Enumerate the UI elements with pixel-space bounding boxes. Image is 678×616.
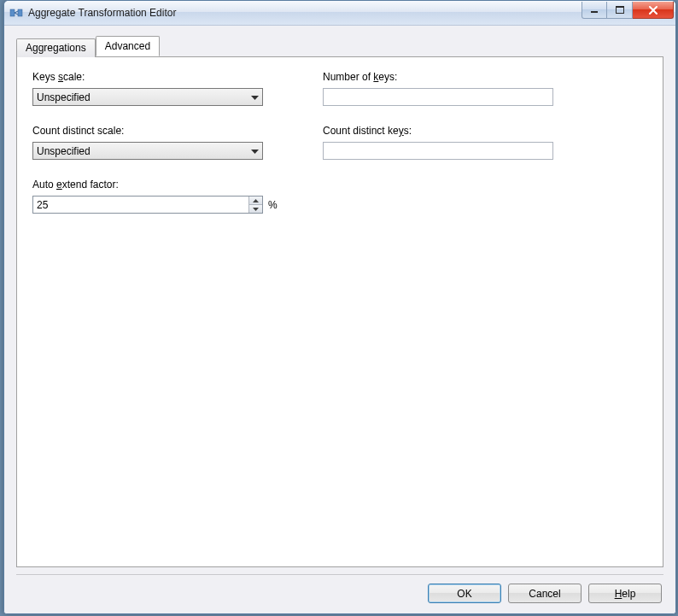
- spinner-up-button[interactable]: [249, 197, 262, 204]
- cancel-button[interactable]: Cancel: [508, 584, 582, 603]
- label-auto-extend-factor: Auto extend factor:: [32, 179, 289, 192]
- client-area: Aggregations Advanced Keys scale: Number…: [4, 26, 675, 613]
- chevron-down-icon: [253, 208, 259, 211]
- close-icon: [648, 6, 658, 15]
- app-icon: [9, 6, 23, 20]
- button-label: Cancel: [529, 588, 560, 600]
- combo-keys-scale[interactable]: Unspecified: [32, 88, 263, 106]
- button-bar: OK Cancel Help: [16, 584, 663, 605]
- dialog-window: Aggregate Transformation Editor Aggregat…: [3, 0, 676, 614]
- combo-count-distinct-scale[interactable]: Unspecified: [32, 142, 263, 160]
- close-button[interactable]: [633, 2, 674, 19]
- input-number-of-keys[interactable]: [323, 88, 553, 106]
- separator: [16, 574, 663, 575]
- spinner-auto-extend-factor[interactable]: [32, 196, 263, 214]
- minimize-button[interactable]: [582, 2, 607, 19]
- chevron-down-icon: [251, 91, 259, 103]
- tab-aggregations[interactable]: Aggregations: [16, 38, 96, 57]
- label-count-distinct-keys: Count distinct keys:: [323, 125, 579, 138]
- tab-panel-advanced: Keys scale: Number of keys: Unspecified: [16, 56, 663, 567]
- tab-label: Aggregations: [26, 42, 86, 54]
- label-number-of-keys: Number of keys:: [323, 71, 579, 85]
- button-label: Help: [615, 588, 636, 600]
- window-controls: [582, 2, 674, 19]
- combo-value: Unspecified: [37, 91, 91, 103]
- svg-rect-4: [616, 6, 624, 8]
- input-count-distinct-keys[interactable]: [323, 142, 553, 160]
- minimize-icon: [590, 7, 599, 14]
- auto-extend-factor-field: %: [32, 196, 289, 214]
- maximize-icon: [616, 6, 624, 14]
- maximize-button[interactable]: [607, 2, 633, 19]
- window-title: Aggregate Transformation Editor: [28, 7, 582, 19]
- form-grid: Keys scale: Number of keys: Unspecified: [32, 71, 647, 214]
- spinner-input[interactable]: [33, 197, 248, 213]
- help-button[interactable]: Help: [588, 584, 662, 603]
- tab-label: Advanced: [105, 40, 150, 52]
- svg-rect-1: [18, 9, 22, 16]
- titlebar[interactable]: Aggregate Transformation Editor: [4, 1, 675, 26]
- chevron-up-icon: [253, 199, 259, 202]
- spinner-down-button[interactable]: [249, 204, 262, 213]
- percent-label: %: [268, 199, 278, 211]
- svg-rect-0: [10, 9, 15, 16]
- tab-advanced[interactable]: Advanced: [96, 36, 160, 56]
- tab-strip: Aggregations Advanced: [16, 38, 663, 56]
- label-count-distinct-scale: Count distinct scale:: [32, 125, 289, 138]
- label-keys-scale: Keys scale:: [32, 71, 289, 85]
- combo-value: Unspecified: [37, 145, 91, 157]
- button-label: OK: [457, 588, 471, 600]
- spinner-buttons: [248, 197, 262, 213]
- svg-rect-2: [591, 11, 598, 13]
- ok-button[interactable]: OK: [428, 584, 501, 603]
- chevron-down-icon: [251, 145, 259, 157]
